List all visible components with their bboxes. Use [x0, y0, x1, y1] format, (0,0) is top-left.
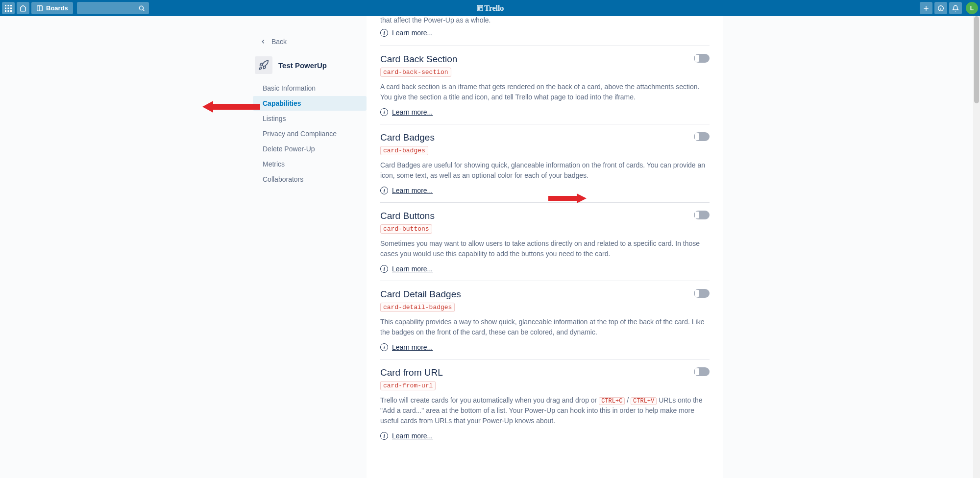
sidebar-item-collaborators[interactable]: Collaborators	[253, 172, 367, 187]
chevron-left-icon	[260, 38, 267, 45]
capability-title: Card from URL	[380, 367, 443, 378]
brand-logo[interactable]: Trello	[476, 3, 504, 13]
learn-more-row: i Learn more...	[380, 29, 710, 46]
info-circle-icon: i	[380, 265, 388, 273]
app-header: Boards Trello L	[0, 0, 980, 16]
learn-more-link[interactable]: Learn more...	[392, 432, 433, 440]
learn-more-link[interactable]: Learn more...	[392, 108, 433, 116]
learn-more-row: iLearn more...	[380, 343, 710, 351]
svg-rect-1	[8, 5, 9, 6]
scrollbar[interactable]	[973, 16, 980, 478]
sidebar-item-capabilities[interactable]: Capabilities	[253, 96, 367, 111]
capability-description: Sometimes you may want to allow users to…	[380, 239, 710, 259]
svg-rect-14	[478, 6, 480, 10]
apps-button[interactable]	[2, 2, 15, 14]
capability-title: Card Detail Badges	[380, 289, 461, 300]
sidebar-item-delete-power-up[interactable]: Delete Power-Up	[253, 142, 367, 156]
svg-line-12	[143, 9, 144, 11]
trello-logo-icon	[476, 4, 484, 12]
powerup-header: Test PowerUp	[253, 54, 367, 81]
learn-more-row: iLearn more...	[380, 432, 710, 440]
svg-rect-4	[8, 7, 9, 9]
main-content: that affect the Power-Up as a whole. i L…	[367, 16, 723, 478]
svg-rect-8	[10, 10, 12, 12]
powerup-title: Test PowerUp	[278, 61, 327, 70]
capability-toggle[interactable]	[694, 367, 710, 376]
learn-more-link[interactable]: Learn more...	[392, 343, 433, 351]
capability-card-back-section: Card Back Sectioncard-back-sectionA card…	[380, 46, 710, 124]
board-icon	[36, 5, 43, 12]
boards-button[interactable]: Boards	[31, 2, 73, 14]
capability-description: This capability provides a way to show q…	[380, 317, 710, 337]
home-icon	[20, 5, 26, 12]
sidebar-item-privacy-and-compliance[interactable]: Privacy and Compliance	[253, 126, 367, 141]
search-icon	[138, 5, 145, 12]
capability-title: Card Buttons	[380, 211, 435, 221]
capability-code: card-badges	[380, 146, 428, 155]
learn-more-link[interactable]: Learn more...	[392, 187, 433, 194]
capability-toggle[interactable]	[694, 132, 710, 141]
sidebar-item-listings[interactable]: Listings	[253, 111, 367, 126]
info-icon	[937, 5, 944, 12]
sidebar-item-basic-information[interactable]: Basic Information	[253, 81, 367, 96]
capability-card-detail-badges: Card Detail Badgescard-detail-badgesThis…	[380, 281, 710, 359]
capability-card-from-url: Card from URLcard-from-urlTrello will cr…	[380, 359, 710, 448]
capability-description: Card Badges are useful for showing quick…	[380, 160, 710, 181]
home-button[interactable]	[17, 2, 29, 14]
kbd-shortcut: CTRL+C	[599, 397, 625, 405]
svg-rect-0	[5, 5, 6, 6]
capability-card-badges: Card Badgescard-badgesCard Badges are us…	[380, 124, 710, 203]
capability-title: Card Back Section	[380, 54, 457, 65]
learn-more-link[interactable]: Learn more...	[392, 265, 433, 273]
info-button[interactable]	[934, 2, 947, 14]
capability-description: A card back section is an iframe that ge…	[380, 82, 710, 102]
capability-toggle[interactable]	[694, 289, 710, 298]
learn-more-row: iLearn more...	[380, 187, 710, 194]
svg-rect-6	[5, 10, 6, 12]
learn-more-row: iLearn more...	[380, 108, 710, 116]
svg-rect-15	[480, 6, 482, 8]
svg-rect-3	[5, 7, 6, 9]
info-circle-icon: i	[380, 187, 388, 194]
truncated-text: that affect the Power-Up as a whole.	[380, 16, 710, 24]
capability-code: card-back-section	[380, 68, 451, 77]
plus-icon	[923, 5, 930, 12]
notifications-button[interactable]	[949, 2, 962, 14]
sidebar-item-metrics[interactable]: Metrics	[253, 157, 367, 171]
apps-grid-icon	[5, 5, 12, 12]
search-input[interactable]	[77, 2, 149, 14]
svg-rect-2	[10, 5, 12, 6]
learn-more-link[interactable]: Learn more...	[392, 29, 433, 37]
info-circle-icon: i	[380, 343, 388, 351]
back-link[interactable]: Back	[253, 35, 367, 48]
info-circle-icon: i	[380, 432, 388, 440]
svg-rect-5	[10, 7, 12, 9]
boards-label: Boards	[46, 4, 68, 12]
svg-point-11	[139, 6, 143, 10]
capability-code: card-detail-badges	[380, 303, 455, 312]
capability-toggle[interactable]	[694, 211, 710, 219]
capability-toggle[interactable]	[694, 54, 710, 63]
svg-rect-13	[477, 5, 483, 11]
kbd-shortcut: CTRL+V	[631, 397, 657, 405]
info-circle-icon: i	[380, 108, 388, 116]
rocket-icon	[258, 60, 269, 71]
sidebar: Back Test PowerUp Basic InformationCapab…	[253, 16, 367, 478]
powerup-icon-box	[255, 56, 272, 74]
user-avatar[interactable]: L	[966, 2, 978, 14]
capability-code: card-from-url	[380, 381, 436, 390]
capability-card-buttons: Card Buttonscard-buttonsSometimes you ma…	[380, 203, 710, 281]
learn-more-row: iLearn more...	[380, 265, 710, 273]
capability-code: card-buttons	[380, 224, 432, 234]
bell-icon	[952, 5, 959, 12]
capability-title: Card Badges	[380, 132, 435, 143]
capability-description: Trello will create cards for you automat…	[380, 395, 710, 426]
info-circle-icon: i	[380, 29, 388, 37]
scrollbar-thumb[interactable]	[974, 16, 979, 103]
svg-rect-7	[8, 10, 9, 12]
create-button[interactable]	[920, 2, 932, 14]
